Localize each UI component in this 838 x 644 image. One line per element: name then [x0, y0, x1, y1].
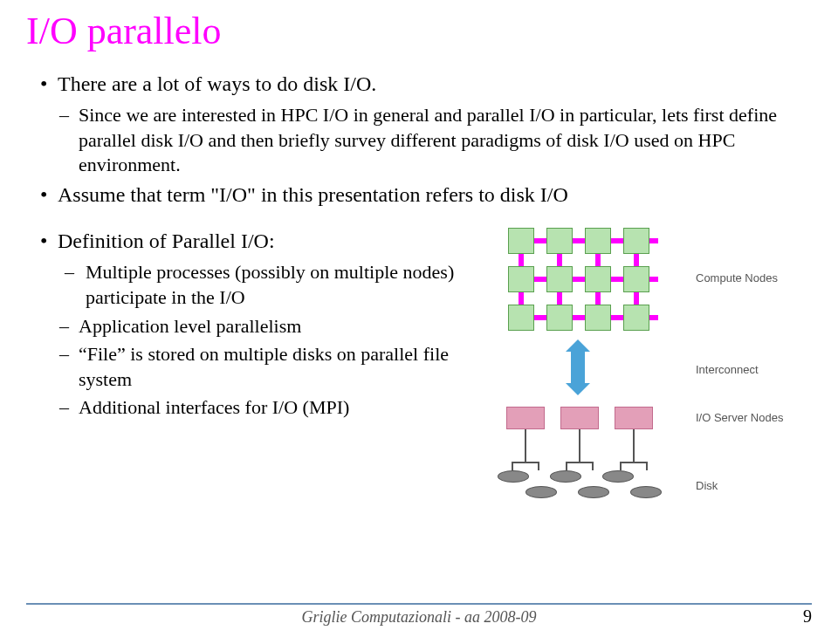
page-number: 9	[803, 606, 812, 627]
bullet-definition: Definition of Parallel I/O:	[37, 228, 473, 255]
compute-row	[508, 266, 649, 292]
disk-icon	[630, 486, 662, 498]
def-item-app: Application level parallelism	[37, 314, 473, 339]
label-disk: Disk	[696, 479, 718, 494]
def-item-processes: Multiple processes (possibly on multiple…	[37, 260, 473, 310]
compute-node	[546, 228, 573, 254]
arrow-shaft	[571, 350, 585, 385]
link-line	[566, 462, 567, 470]
slide: I/O parallelo There are a lot of ways to…	[0, 0, 838, 644]
link-line	[633, 429, 635, 462]
link-line	[525, 429, 526, 462]
compute-node	[623, 266, 649, 292]
compute-node	[585, 266, 611, 292]
link-line	[566, 462, 594, 463]
architecture-diagram: Compute Nodes Interconnect I/O Server No…	[491, 228, 805, 524]
compute-node	[623, 228, 649, 254]
disk-icon	[602, 470, 634, 483]
bullet-sub-hpc: Since we are interested in HPC I/O in ge…	[37, 103, 812, 178]
slide-title: I/O parallelo	[26, 9, 812, 53]
content-area: There are a lot of ways to do disk I/O. …	[26, 71, 812, 524]
compute-node	[508, 305, 534, 331]
disk-icon	[498, 470, 529, 483]
bullet-assume: Assume that term "I/O" in this presentat…	[37, 182, 812, 209]
compute-node	[508, 228, 534, 254]
compute-node	[508, 266, 534, 292]
bullet-ways: There are a lot of ways to do disk I/O.	[37, 71, 812, 98]
disk-icon	[525, 486, 557, 498]
label-compute: Compute Nodes	[696, 271, 778, 286]
link-line	[538, 462, 539, 470]
compute-row	[508, 305, 649, 331]
def-item-mpi: Additional interfaces for I/O (MPI)	[37, 395, 473, 421]
two-column-row: Definition of Parallel I/O: Multiple pro…	[37, 228, 812, 524]
left-column: Definition of Parallel I/O: Multiple pro…	[37, 228, 473, 524]
link-line	[620, 462, 622, 470]
disk-icon	[550, 470, 581, 483]
footer-text: Griglie Computazionali - aa 2008-09	[26, 608, 812, 627]
compute-node	[585, 228, 611, 254]
footer-divider	[26, 603, 812, 605]
disk-row	[525, 486, 662, 498]
server-node	[506, 407, 545, 429]
compute-node	[546, 266, 573, 292]
server-node	[615, 407, 653, 429]
link-line	[512, 462, 539, 463]
server-row	[506, 407, 653, 429]
def-item-file: “File” is stored on multiple disks on pa…	[37, 342, 473, 392]
label-server: I/O Server Nodes	[696, 411, 783, 426]
arrow-down-icon	[566, 383, 590, 395]
footer: Griglie Computazionali - aa 2008-09	[26, 603, 812, 627]
link-line	[512, 462, 513, 470]
compute-node	[623, 305, 649, 331]
compute-node	[546, 305, 573, 331]
link-line	[646, 462, 648, 470]
label-interconnect: Interconnect	[696, 363, 759, 378]
server-node	[560, 407, 599, 429]
link-line	[579, 429, 580, 462]
compute-node	[585, 305, 611, 331]
disk-icon	[578, 486, 609, 498]
link-line	[592, 462, 594, 470]
right-column: Compute Nodes Interconnect I/O Server No…	[482, 228, 814, 524]
link-line	[620, 462, 648, 463]
compute-row	[508, 228, 649, 254]
disk-row	[498, 470, 634, 483]
